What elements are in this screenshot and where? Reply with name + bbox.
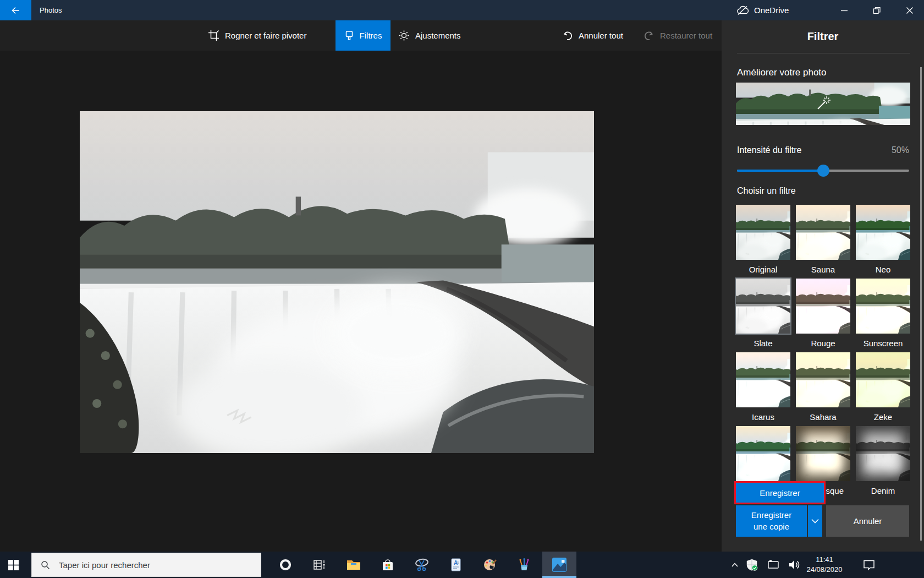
filter-option-original[interactable]: Original <box>736 205 790 279</box>
panel-title: Filtrer <box>722 30 924 43</box>
save-button[interactable]: Enregistrer <box>736 483 824 503</box>
filter-option-rouge[interactable]: Rouge <box>796 279 850 352</box>
network-tray-button[interactable] <box>763 552 783 578</box>
task-view-button[interactable] <box>303 552 336 578</box>
back-arrow-icon <box>10 5 21 16</box>
enhance-heading: Améliorer votre photo <box>737 67 827 78</box>
magic-wand-icon <box>815 95 832 111</box>
wordpad-button[interactable]: A <box>439 552 472 578</box>
sun-icon <box>398 30 410 41</box>
intensity-value: 50% <box>892 145 909 155</box>
intensity-label: Intensité du filtre <box>737 145 801 155</box>
chevron-down-icon <box>811 519 819 524</box>
photos-app-icon <box>552 557 567 572</box>
filter-label: Rouge <box>796 334 850 352</box>
filter-option-icarus[interactable]: Icarus <box>736 352 790 426</box>
back-button[interactable] <box>0 0 31 20</box>
filter-label: Slate <box>736 334 790 352</box>
action-center-button[interactable] <box>856 552 882 578</box>
edited-photo <box>80 111 594 453</box>
window-controls <box>824 0 924 20</box>
edit-toolbar: Rogner et faire pivoter Filtres Ajusteme… <box>0 20 722 51</box>
filter-option-zeke[interactable]: Zeke <box>856 352 910 426</box>
filter-grid: Original Sauna Neo Slate Rouge Sunscreen… <box>736 205 910 500</box>
choose-filter-heading: Choisir un filtre <box>737 186 796 196</box>
slider-thumb[interactable] <box>817 165 829 177</box>
clock-date: 24/08/2020 <box>806 565 842 575</box>
adjustments-tab[interactable]: Ajustements <box>392 20 468 51</box>
redo-icon <box>644 30 654 41</box>
save-copy-button[interactable]: Enregistrer une copie <box>736 505 807 537</box>
security-tray-button[interactable] <box>743 552 761 578</box>
restore-all-label: Restaurer tout <box>660 31 712 40</box>
paint-icon <box>482 558 498 572</box>
undo-icon <box>562 30 573 41</box>
defender-shield-icon <box>745 558 758 571</box>
filter-label: Sunscreen <box>856 334 910 352</box>
save-copy-dropdown-button[interactable] <box>808 505 822 537</box>
cancel-button[interactable]: Annuler <box>826 505 909 537</box>
filter-option-sauna[interactable]: Sauna <box>796 205 850 279</box>
filter-label: Denim <box>856 481 910 500</box>
snipping-tool-button[interactable] <box>405 552 438 578</box>
photos-app-window: Photos OneDrive Rogner et faire piv <box>0 0 924 578</box>
minimize-button[interactable] <box>832 0 857 20</box>
filters-label: Filtres <box>360 31 382 40</box>
restore-all-button[interactable]: Restaurer tout <box>637 20 719 51</box>
snipping-tool-icon <box>414 558 430 572</box>
fresh-paint-button[interactable] <box>508 552 541 578</box>
filter-label: Sauna <box>796 260 850 279</box>
windows-taskbar: A <box>0 552 924 578</box>
taskbar-search[interactable] <box>31 553 261 577</box>
cloud-offline-icon <box>736 4 749 17</box>
chevron-up-icon <box>731 562 739 568</box>
file-explorer-button[interactable] <box>337 552 370 578</box>
crop-rotate-tab[interactable]: Rogner et faire pivoter <box>201 20 313 51</box>
restore-button[interactable] <box>864 0 889 20</box>
onedrive-label: OneDrive <box>754 6 789 15</box>
filter-option-sahara[interactable]: Sahara <box>796 352 850 426</box>
speaker-icon <box>788 559 801 570</box>
filter-option-neo[interactable]: Neo <box>856 205 910 279</box>
action-center-icon <box>862 558 876 571</box>
filters-icon <box>344 30 354 41</box>
filter-label: Zeke <box>856 407 910 426</box>
microsoft-store-button[interactable] <box>371 552 404 578</box>
panel-divider <box>737 53 910 53</box>
tray-show-hidden-button[interactable] <box>727 552 743 578</box>
volume-tray-button[interactable] <box>784 552 804 578</box>
cortana-button[interactable] <box>269 552 302 578</box>
file-explorer-icon <box>346 558 361 571</box>
wordpad-icon: A <box>449 558 463 572</box>
taskbar-clock[interactable]: 11:41 24/08/2020 <box>804 552 845 578</box>
titlebar: Photos OneDrive <box>0 0 924 20</box>
crop-icon <box>208 30 219 41</box>
filter-label: Neo <box>856 260 910 279</box>
panel-scrollbar[interactable] <box>920 67 922 541</box>
filter-option-slate[interactable]: Slate <box>736 279 790 352</box>
filter-label: Icarus <box>736 407 790 426</box>
search-icon <box>41 560 50 570</box>
intensity-slider[interactable] <box>737 165 909 177</box>
cortana-icon <box>279 558 292 571</box>
filter-option-denim[interactable]: Denim <box>856 426 910 500</box>
slider-fill <box>737 170 823 172</box>
windows-logo-icon <box>8 560 19 570</box>
task-view-icon <box>312 558 327 571</box>
filter-option-sunscreen[interactable]: Sunscreen <box>856 279 910 352</box>
enhance-photo-button[interactable] <box>736 83 910 125</box>
paint-button[interactable] <box>474 552 507 578</box>
taskbar-search-input[interactable] <box>58 560 241 570</box>
photos-app-button-active[interactable] <box>542 552 576 578</box>
filter-label: Sahara <box>796 407 850 426</box>
start-button[interactable] <box>0 552 26 578</box>
app-title: Photos <box>40 0 62 20</box>
close-button[interactable] <box>895 0 924 20</box>
onedrive-status[interactable]: OneDrive <box>736 0 789 20</box>
undo-all-button[interactable]: Annuler tout <box>556 20 630 51</box>
filter-label: Original <box>736 260 790 279</box>
brush-cup-icon <box>517 558 531 572</box>
network-icon <box>767 559 780 571</box>
undo-all-label: Annuler tout <box>579 31 623 40</box>
filters-tab[interactable]: Filtres <box>336 20 391 51</box>
